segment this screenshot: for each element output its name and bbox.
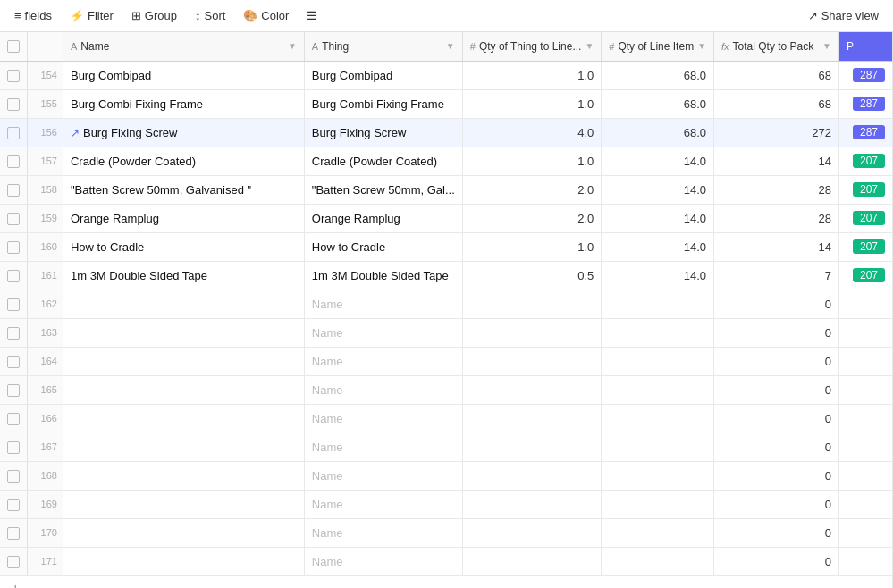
row-checkbox[interactable] xyxy=(7,270,20,282)
row-name[interactable] xyxy=(63,404,304,433)
row-qty-line[interactable] xyxy=(602,347,714,375)
row-qty-thing[interactable] xyxy=(462,290,602,318)
header-checkbox[interactable] xyxy=(0,32,28,61)
row-checkbox[interactable] xyxy=(7,556,20,568)
row-qty-line[interactable] xyxy=(602,375,714,404)
row-thing[interactable]: Name xyxy=(304,490,462,518)
row-checkbox-cell[interactable] xyxy=(0,61,28,89)
row-thing[interactable]: 1m 3M Double Sided Tape xyxy=(304,261,462,290)
row-qty-line[interactable] xyxy=(602,518,714,547)
row-qty-line[interactable]: 68.0 xyxy=(602,118,714,147)
row-name[interactable] xyxy=(63,318,304,347)
row-qty-thing[interactable] xyxy=(462,347,602,375)
row-qty-thing[interactable]: 1.0 xyxy=(462,232,602,261)
add-row-button[interactable]: + xyxy=(0,575,893,588)
row-checkbox-cell[interactable] xyxy=(0,232,28,261)
row-checkbox[interactable] xyxy=(7,327,20,340)
row-checkbox[interactable] xyxy=(7,127,20,139)
row-checkbox-cell[interactable] xyxy=(0,147,28,175)
row-qty-thing[interactable] xyxy=(462,404,602,433)
row-qty-line[interactable]: 68.0 xyxy=(602,61,714,89)
row-qty-line[interactable]: 14.0 xyxy=(602,147,714,175)
row-name[interactable]: Burg Combi Fixing Frame xyxy=(63,89,304,118)
row-name[interactable]: "Batten Screw 50mm, Galvanised " xyxy=(63,175,304,204)
name-dropdown-icon[interactable]: ▼ xyxy=(288,41,297,51)
row-qty-line[interactable] xyxy=(602,404,714,433)
row-checkbox[interactable] xyxy=(7,241,20,254)
row-thing[interactable]: Name xyxy=(304,433,462,461)
row-thing[interactable]: Name xyxy=(304,404,462,433)
thing-dropdown-icon[interactable]: ▼ xyxy=(446,41,455,51)
row-checkbox-cell[interactable] xyxy=(0,89,28,118)
row-qty-line[interactable]: 14.0 xyxy=(602,261,714,290)
row-qty-thing[interactable] xyxy=(462,433,602,461)
share-view-button[interactable]: ↗ Share view xyxy=(801,5,886,26)
row-qty-thing[interactable] xyxy=(462,375,602,404)
fields-button[interactable]: ≡ fields xyxy=(7,5,59,26)
expand-icon[interactable]: ↗ xyxy=(71,127,80,139)
row-checkbox-cell[interactable] xyxy=(0,375,28,404)
row-name[interactable] xyxy=(63,375,304,404)
row-checkbox[interactable] xyxy=(7,413,20,425)
add-row[interactable]: + xyxy=(0,575,893,588)
row-qty-line[interactable] xyxy=(602,290,714,318)
filter-button[interactable]: ⚡ Filter xyxy=(63,5,121,26)
header-name[interactable]: A Name ▼ xyxy=(63,32,304,61)
row-name[interactable]: Burg Combipad xyxy=(63,61,304,89)
row-qty-thing[interactable]: 1.0 xyxy=(462,89,602,118)
row-qty-line[interactable]: 14.0 xyxy=(602,175,714,204)
row-qty-thing[interactable] xyxy=(462,490,602,518)
header-checkbox-input[interactable] xyxy=(7,40,20,53)
row-qty-line[interactable] xyxy=(602,318,714,347)
color-button[interactable]: 🎨 Color xyxy=(236,5,296,26)
row-thing[interactable]: Burg Combi Fixing Frame xyxy=(304,89,462,118)
sort-button[interactable]: ↕ Sort xyxy=(188,5,232,26)
row-qty-line[interactable]: 14.0 xyxy=(602,232,714,261)
row-checkbox[interactable] xyxy=(7,298,20,311)
row-checkbox-cell[interactable] xyxy=(0,204,28,232)
row-thing[interactable]: Name xyxy=(304,318,462,347)
row-qty-thing[interactable]: 2.0 xyxy=(462,204,602,232)
row-qty-line[interactable] xyxy=(602,547,714,575)
row-checkbox-cell[interactable] xyxy=(0,290,28,318)
row-thing[interactable]: Name xyxy=(304,347,462,375)
header-p[interactable]: P xyxy=(839,32,893,61)
row-checkbox[interactable] xyxy=(7,70,20,82)
header-qty-thing[interactable]: # Qty of Thing to Line... ▼ xyxy=(462,32,602,61)
row-qty-line[interactable] xyxy=(602,461,714,490)
row-thing[interactable]: Name xyxy=(304,461,462,490)
row-qty-thing[interactable]: 1.0 xyxy=(462,147,602,175)
row-checkbox-cell[interactable] xyxy=(0,347,28,375)
row-name[interactable] xyxy=(63,290,304,318)
row-checkbox[interactable] xyxy=(7,155,20,168)
row-thing[interactable]: Cradle (Powder Coated) xyxy=(304,147,462,175)
row-thing[interactable]: How to Cradle xyxy=(304,232,462,261)
row-thing[interactable]: Name xyxy=(304,290,462,318)
row-checkbox[interactable] xyxy=(7,470,20,483)
header-total-qty[interactable]: fx Total Qty to Pack ▼ xyxy=(714,32,839,61)
row-qty-line[interactable]: 14.0 xyxy=(602,204,714,232)
row-checkbox-cell[interactable] xyxy=(0,518,28,547)
row-name[interactable] xyxy=(63,461,304,490)
group-button[interactable]: ⊞ Group xyxy=(124,5,184,26)
row-qty-thing[interactable]: 0.5 xyxy=(462,261,602,290)
row-name[interactable] xyxy=(63,547,304,575)
row-name[interactable] xyxy=(63,490,304,518)
row-qty-thing[interactable] xyxy=(462,461,602,490)
row-checkbox-cell[interactable] xyxy=(0,175,28,204)
row-checkbox[interactable] xyxy=(7,98,20,111)
row-name[interactable]: Cradle (Powder Coated) xyxy=(63,147,304,175)
row-thing[interactable]: Burg Fixing Screw xyxy=(304,118,462,147)
row-checkbox-cell[interactable] xyxy=(0,318,28,347)
row-thing[interactable]: Name xyxy=(304,375,462,404)
layout-button[interactable]: ☰ xyxy=(299,5,324,26)
row-thing[interactable]: Burg Combipad xyxy=(304,61,462,89)
row-checkbox[interactable] xyxy=(7,499,20,511)
header-qty-line[interactable]: # Qty of Line Item ▼ xyxy=(602,32,714,61)
qty-line-dropdown-icon[interactable]: ▼ xyxy=(697,41,706,51)
row-name[interactable]: ↗Burg Fixing Screw xyxy=(63,118,304,147)
row-qty-thing[interactable] xyxy=(462,518,602,547)
total-qty-dropdown-icon[interactable]: ▼ xyxy=(822,41,831,51)
row-checkbox[interactable] xyxy=(7,356,20,368)
row-qty-line[interactable] xyxy=(602,490,714,518)
